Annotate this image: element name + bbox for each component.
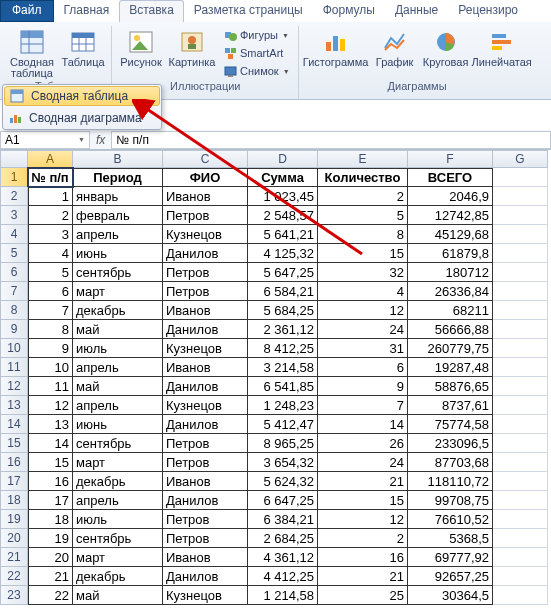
cell[interactable]	[493, 168, 548, 187]
cell[interactable]: 24	[318, 320, 408, 339]
cell[interactable]: Иванов	[163, 187, 248, 206]
row-header[interactable]: 7	[0, 282, 28, 301]
cell[interactable]: 4	[318, 282, 408, 301]
row-header[interactable]: 22	[0, 567, 28, 586]
cell[interactable]: 3	[28, 225, 73, 244]
cell[interactable]: ФИО	[163, 168, 248, 187]
cell[interactable]: Иванов	[163, 358, 248, 377]
cell[interactable]	[493, 225, 548, 244]
cell[interactable]: Иванов	[163, 301, 248, 320]
cell[interactable]: декабрь	[73, 472, 163, 491]
bar-chart-button[interactable]: Линейчатая	[473, 26, 531, 80]
table-button[interactable]: Таблица	[59, 26, 107, 80]
cell[interactable]: сентябрь	[73, 529, 163, 548]
col-header-F[interactable]: F	[408, 150, 493, 168]
cell[interactable]: 87703,68	[408, 453, 493, 472]
cell[interactable]: 5	[28, 263, 73, 282]
cell[interactable]: Сумма	[248, 168, 318, 187]
cell[interactable]: февраль	[73, 206, 163, 225]
cell[interactable]: 260779,75	[408, 339, 493, 358]
col-header-E[interactable]: E	[318, 150, 408, 168]
tab-file[interactable]: Файл	[0, 0, 54, 22]
cell[interactable]: 12	[28, 396, 73, 415]
row-header[interactable]: 3	[0, 206, 28, 225]
cell[interactable]: 5 647,25	[248, 263, 318, 282]
cell[interactable]: Петров	[163, 510, 248, 529]
cell[interactable]: 8737,61	[408, 396, 493, 415]
cell[interactable]: 12742,85	[408, 206, 493, 225]
row-header[interactable]: 13	[0, 396, 28, 415]
cell[interactable]: 2046,9	[408, 187, 493, 206]
cell[interactable]: Кузнецов	[163, 225, 248, 244]
cell[interactable]	[493, 263, 548, 282]
cell[interactable]: 1 023,45	[248, 187, 318, 206]
cell[interactable]	[493, 358, 548, 377]
cell[interactable]: Период	[73, 168, 163, 187]
cell[interactable]: 56666,88	[408, 320, 493, 339]
cell[interactable]: 21	[318, 567, 408, 586]
row-header[interactable]: 18	[0, 491, 28, 510]
cell[interactable]: апрель	[73, 491, 163, 510]
row-header[interactable]: 15	[0, 434, 28, 453]
cell[interactable]	[493, 396, 548, 415]
cell[interactable]: 5 641,21	[248, 225, 318, 244]
cell[interactable]: 3 654,32	[248, 453, 318, 472]
col-header-D[interactable]: D	[248, 150, 318, 168]
cell[interactable]	[493, 586, 548, 605]
column-chart-button[interactable]: Гистограмма	[304, 26, 368, 80]
cell[interactable]: 12	[318, 301, 408, 320]
cell[interactable]: Петров	[163, 206, 248, 225]
cell[interactable]: июль	[73, 510, 163, 529]
tab-home[interactable]: Главная	[54, 0, 120, 22]
row-header[interactable]: 12	[0, 377, 28, 396]
cell[interactable]: Данилов	[163, 491, 248, 510]
cell[interactable]: Данилов	[163, 320, 248, 339]
cell[interactable]: Иванов	[163, 472, 248, 491]
row-header[interactable]: 20	[0, 529, 28, 548]
cell[interactable]: 15	[28, 453, 73, 472]
cell[interactable]: Количество	[318, 168, 408, 187]
col-header-C[interactable]: C	[163, 150, 248, 168]
dropdown-pivot-chart[interactable]: Сводная диаграмма	[3, 107, 161, 129]
cell[interactable]	[493, 206, 548, 225]
cell[interactable]: 92657,25	[408, 567, 493, 586]
row-header[interactable]: 23	[0, 586, 28, 605]
cell[interactable]: 19287,48	[408, 358, 493, 377]
cell[interactable]	[493, 301, 548, 320]
cell[interactable]: 180712	[408, 263, 493, 282]
cell[interactable]: 9	[318, 377, 408, 396]
cell[interactable]: 14	[318, 415, 408, 434]
cell[interactable]: Петров	[163, 434, 248, 453]
cell[interactable]	[493, 567, 548, 586]
row-header[interactable]: 6	[0, 263, 28, 282]
cell[interactable]: 25	[318, 586, 408, 605]
cell[interactable]: 8	[28, 320, 73, 339]
row-header[interactable]: 19	[0, 510, 28, 529]
cell[interactable]: Петров	[163, 282, 248, 301]
cell[interactable]	[493, 434, 548, 453]
tab-review[interactable]: Рецензиро	[448, 0, 528, 22]
pie-chart-button[interactable]: Круговая	[422, 26, 470, 80]
row-header[interactable]: 1	[0, 168, 28, 187]
row-header[interactable]: 10	[0, 339, 28, 358]
cell[interactable]: 21	[28, 567, 73, 586]
row-header[interactable]: 9	[0, 320, 28, 339]
col-header-G[interactable]: G	[493, 150, 548, 168]
cell[interactable]: июнь	[73, 415, 163, 434]
row-header[interactable]: 2	[0, 187, 28, 206]
cell[interactable]: 76610,52	[408, 510, 493, 529]
cell[interactable]: 68211	[408, 301, 493, 320]
cell[interactable]: 6	[318, 358, 408, 377]
cell[interactable]: 30364,5	[408, 586, 493, 605]
row-header[interactable]: 8	[0, 301, 28, 320]
cell[interactable]: 31	[318, 339, 408, 358]
cell[interactable]: 4 361,12	[248, 548, 318, 567]
cell[interactable]: 16	[28, 472, 73, 491]
cell[interactable]: июнь	[73, 244, 163, 263]
cell[interactable]: 4 412,25	[248, 567, 318, 586]
clipart-button[interactable]: Картинка	[168, 26, 216, 80]
cell[interactable]: Петров	[163, 453, 248, 472]
cell[interactable]: Данилов	[163, 415, 248, 434]
cell[interactable]	[493, 491, 548, 510]
cell[interactable]: 99708,75	[408, 491, 493, 510]
